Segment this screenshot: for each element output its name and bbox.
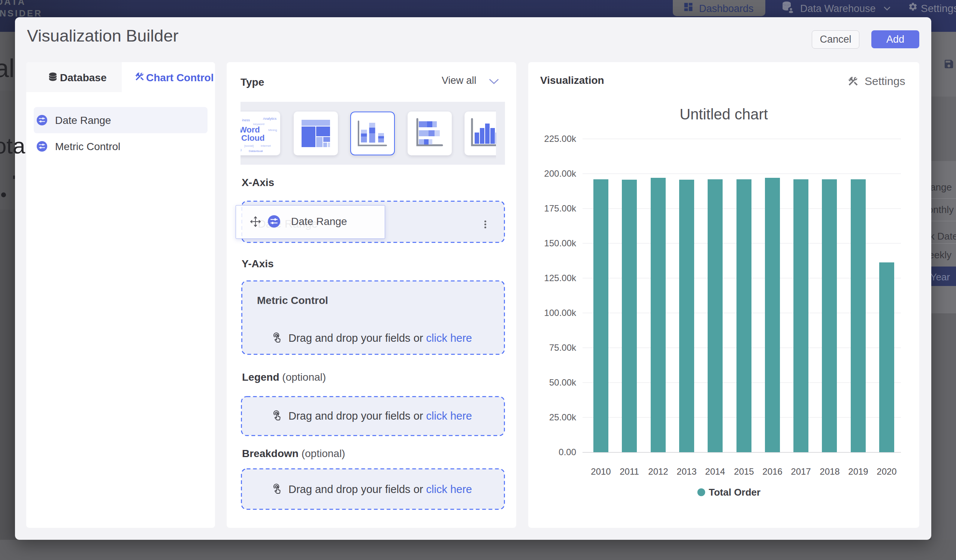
svg-text:2014: 2014 (705, 466, 725, 477)
svg-text:75.00k: 75.00k (549, 342, 577, 353)
svg-text:125.00k: 125.00k (544, 273, 577, 283)
svg-text:2015: 2015 (734, 466, 754, 477)
svg-text:200.00k: 200.00k (544, 168, 577, 179)
svg-text:2017: 2017 (791, 466, 811, 477)
svg-text:Cloud: Cloud (241, 133, 264, 143)
svg-text:150.00k: 150.00k (544, 238, 577, 248)
svg-text:iness: iness (242, 118, 250, 122)
svg-text:2016: 2016 (762, 466, 782, 477)
svg-text:175.00k: 175.00k (544, 203, 577, 213)
svg-text:2011: 2011 (620, 466, 639, 477)
svg-text:2010: 2010 (591, 466, 611, 477)
svg-text:Untitled chart: Untitled chart (679, 106, 768, 122)
svg-text:[social]: [social] (244, 144, 254, 147)
svg-text:Datavisual: Datavisual (249, 149, 263, 153)
svg-text:2013: 2013 (676, 466, 697, 477)
svg-text:100.00k: 100.00k (544, 308, 577, 318)
svg-text:Mining: Mining (268, 129, 277, 132)
svg-text:2019: 2019 (848, 466, 868, 477)
svg-text:0.00: 0.00 (558, 447, 576, 457)
svg-text:2012: 2012 (648, 466, 668, 477)
svg-text:Total Order: Total Order (709, 486, 761, 498)
svg-text:Analytics: Analytics (263, 117, 277, 121)
svg-text:50.00k: 50.00k (549, 377, 577, 387)
svg-text:225.00k: 225.00k (544, 133, 577, 144)
svg-text:tag: tag (241, 148, 242, 151)
svg-text:internet: internet (261, 144, 271, 147)
svg-text:2018: 2018 (820, 466, 840, 477)
svg-text:25.00k: 25.00k (549, 412, 577, 422)
svg-text:2020: 2020 (877, 466, 896, 477)
